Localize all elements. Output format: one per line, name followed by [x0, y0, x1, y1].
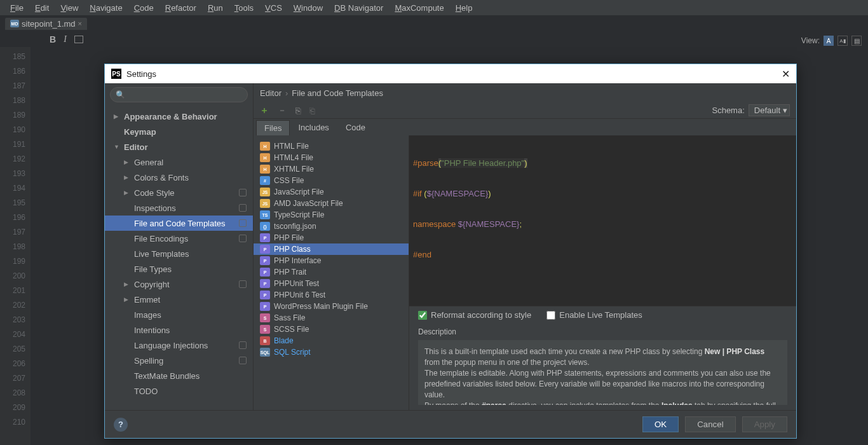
tree-editor[interactable]: ▼Editor	[105, 139, 253, 154]
view-mode-c[interactable]: ▤	[851, 36, 862, 46]
template-php-class[interactable]: PPHP Class	[254, 243, 409, 255]
tree-copyright[interactable]: ▶Copyright	[105, 277, 253, 292]
italic-button[interactable]: I	[64, 34, 67, 44]
markdown-icon: MD	[10, 20, 19, 27]
tree-live-templates[interactable]: Live Templates	[105, 246, 253, 261]
menu-refactor[interactable]: Refactor	[160, 2, 201, 14]
ok-button[interactable]: OK	[642, 416, 679, 432]
tree-emmet[interactable]: ▶Emmet	[105, 292, 253, 307]
menu-help[interactable]: Help	[451, 2, 478, 14]
subtab-includes[interactable]: Includes	[290, 120, 337, 135]
menu-tools[interactable]: Tools	[229, 2, 259, 14]
tree-todo[interactable]: TODO	[105, 383, 253, 399]
menu-db-navigator[interactable]: DB Navigator	[329, 2, 388, 14]
template-tsconfig-json[interactable]: {}tsconfig.json	[254, 221, 409, 232]
close-icon[interactable]: ×	[78, 20, 82, 27]
template-toolbar: ＋ － ⎘ ⎗ Schema: Default	[254, 102, 796, 119]
menu-edit[interactable]: Edit	[30, 2, 54, 14]
menu-window[interactable]: Window	[288, 2, 328, 14]
tree-images[interactable]: Images	[105, 307, 253, 322]
add-template-button[interactable]: ＋	[260, 105, 269, 116]
tree-language-injections[interactable]: Language Injections	[105, 338, 253, 353]
bold-button[interactable]: B	[50, 34, 56, 44]
cancel-button[interactable]: Cancel	[685, 416, 736, 432]
tree-file-types[interactable]: File Types	[105, 261, 253, 277]
table-icon[interactable]	[74, 36, 83, 43]
template-javascript-file[interactable]: JSJavaScript File	[254, 186, 409, 198]
tree-keymap[interactable]: Keymap	[105, 124, 253, 139]
template-php-interface[interactable]: PPHP Interface	[254, 255, 409, 266]
template-blade[interactable]: BBlade	[254, 335, 409, 346]
schema-selector: Schema: Default	[712, 104, 790, 116]
tree-colors-fonts[interactable]: ▶Colors & Fonts	[105, 170, 253, 185]
editor-tab[interactable]: MD sitepoint_1.md ×	[5, 18, 87, 30]
remove-template-button[interactable]: －	[278, 105, 287, 116]
template-file-list: HHTML FileHHTML4 FileHXHTML File#CSS Fil…	[254, 135, 409, 410]
schema-dropdown[interactable]: Default	[749, 104, 790, 116]
menu-code[interactable]: Code	[129, 2, 159, 14]
template-amd-javascript-file[interactable]: JSAMD JavaScript File	[254, 198, 409, 209]
breadcrumb: Editor › File and Code Templates	[254, 83, 796, 102]
dialog-footer: ? OK Cancel Apply	[105, 410, 796, 438]
schema-label: Schema:	[712, 106, 744, 115]
tree-textmate-bundles[interactable]: TextMate Bundles	[105, 368, 253, 383]
settings-content: Editor › File and Code Templates ＋ － ⎘ ⎗…	[254, 83, 796, 410]
settings-search-input[interactable]	[128, 90, 242, 99]
tree-intentions[interactable]: Intentions	[105, 322, 253, 338]
dialog-title-text: Settings	[126, 69, 156, 79]
editor-format-toolbar: B I	[0, 32, 868, 47]
template-wordpress-main-plugin-file[interactable]: PWordPress Main Plugin File	[254, 301, 409, 312]
dialog-titlebar: PS Settings ✕	[105, 64, 796, 83]
tree-inspections[interactable]: Inspections	[105, 200, 253, 216]
view-mode-controls: View: A A▮ ▤	[801, 36, 862, 46]
template-typescript-file[interactable]: TSTypeScript File	[254, 209, 409, 221]
menu-vcs[interactable]: VCS	[260, 2, 287, 14]
template-css-file[interactable]: #CSS File	[254, 175, 409, 186]
template-code-textarea[interactable]: #parse("PHP File Header.php") #if (${NAM…	[409, 135, 796, 306]
search-icon: 🔍	[116, 90, 125, 99]
template-options: Reformat according to style Enable Live …	[409, 306, 796, 324]
template-subtabs: FilesIncludesCode	[254, 119, 796, 135]
menu-file[interactable]: File	[5, 2, 29, 14]
menu-maxcompute[interactable]: MaxCompute	[390, 2, 449, 14]
template-scss-file[interactable]: SSCSS File	[254, 324, 409, 335]
apply-button[interactable]: Apply	[742, 416, 787, 432]
copy-template-button[interactable]: ⎘	[295, 106, 301, 116]
template-html-file[interactable]: HHTML File	[254, 140, 409, 152]
menu-run[interactable]: Run	[203, 2, 228, 14]
editor-tab-bar: MD sitepoint_1.md ×	[0, 15, 868, 32]
template-php-trait[interactable]: PPHP Trait	[254, 266, 409, 278]
app-icon: PS	[111, 69, 121, 79]
template-xhtml-file[interactable]: HXHTML File	[254, 163, 409, 175]
template-sass-file[interactable]: SSass File	[254, 312, 409, 324]
tree-appearance-behavior[interactable]: ▶Appearance & Behavior	[105, 109, 253, 124]
menu-navigate[interactable]: Navigate	[85, 2, 127, 14]
tree-general[interactable]: ▶General	[105, 154, 253, 170]
reformat-checkbox[interactable]: Reformat according to style	[418, 310, 531, 320]
settings-dialog: PS Settings ✕ 🔍 ▶Appearance & BehaviorKe…	[104, 64, 797, 439]
view-mode-a[interactable]: A	[824, 36, 834, 46]
description-text: This is a built-in template used each ti…	[418, 340, 787, 405]
dialog-close-button[interactable]: ✕	[782, 68, 790, 80]
paste-template-button[interactable]: ⎗	[309, 106, 315, 116]
template-editor: #parse("PHP File Header.php") #if (${NAM…	[409, 135, 796, 410]
tree-file-and-code-templates[interactable]: File and Code Templates	[105, 216, 253, 231]
template-phpunit-6-test[interactable]: PPHPUnit 6 Test	[254, 289, 409, 301]
tree-file-encodings[interactable]: File Encodings	[105, 231, 253, 246]
tab-label: sitepoint_1.md	[22, 19, 76, 29]
subtab-files[interactable]: Files	[256, 120, 290, 135]
tree-code-style[interactable]: ▶Code Style	[105, 185, 253, 200]
help-button[interactable]: ?	[114, 418, 128, 432]
template-phpunit-test[interactable]: PPHPUnit Test	[254, 278, 409, 289]
description-header: Description	[409, 324, 796, 338]
template-sql-script[interactable]: SQLSQL Script	[254, 346, 409, 358]
settings-search[interactable]: 🔍	[110, 87, 248, 102]
tree-spelling[interactable]: Spelling	[105, 353, 253, 368]
subtab-code[interactable]: Code	[337, 120, 374, 135]
live-templates-checkbox[interactable]: Enable Live Templates	[546, 310, 642, 320]
template-php-file[interactable]: PPHP File	[254, 232, 409, 243]
template-html4-file[interactable]: HHTML4 File	[254, 152, 409, 163]
settings-tree: ▶Appearance & BehaviorKeymap▼Editor▶Gene…	[105, 106, 253, 410]
menu-view[interactable]: View	[55, 2, 83, 14]
view-mode-b[interactable]: A▮	[837, 36, 848, 46]
